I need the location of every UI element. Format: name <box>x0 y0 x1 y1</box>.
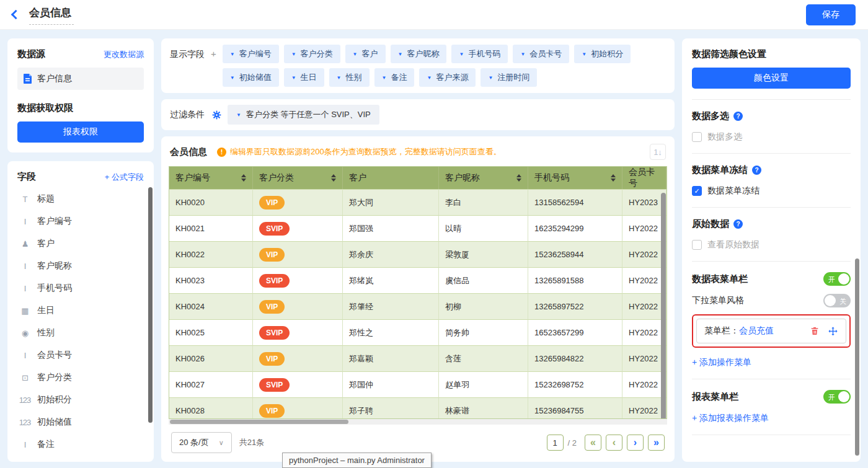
table-row[interactable]: KH0020 VIP 郑大同 李白 13158562594 HY2023 <box>169 189 666 215</box>
field-item[interactable]: ⊡ 客户来源 <box>17 456 144 462</box>
field-item[interactable]: ♟ 客户 <box>17 232 144 255</box>
sort-arrows-icon[interactable] <box>516 174 521 182</box>
help-icon[interactable]: ? <box>733 219 743 229</box>
page-number-input[interactable]: 1 <box>547 435 564 451</box>
display-field-tag[interactable]: ▼ 初始储值 <box>223 68 279 87</box>
back-icon[interactable] <box>11 10 21 20</box>
sort-order-icon[interactable]: 1↓ <box>650 144 666 160</box>
gear-icon[interactable] <box>212 110 221 120</box>
display-field-tag[interactable]: ▼ 手机号码 <box>451 45 508 63</box>
field-item[interactable]: ⊡ 客户分类 <box>17 366 144 389</box>
toggle-off-label: 关 <box>839 297 846 306</box>
report-permission-button[interactable]: 报表权限 <box>17 121 144 143</box>
cell-customer-name: 郑绪岚 <box>343 267 439 293</box>
help-icon[interactable]: ? <box>733 112 743 121</box>
display-field-tag[interactable]: ▼ 初始积分 <box>574 45 631 63</box>
cell-card-number: HY2022 <box>622 215 666 241</box>
table-row[interactable]: KH0027 SVIP 郑国仲 赵单羽 15232698752 HY2022 <box>169 371 666 397</box>
page-size-select[interactable]: 20 条/页 ∨ <box>171 432 232 453</box>
table-row[interactable]: KH0028 VIP 郑子聘 林豪谱 15236984755 HY2022 <box>169 397 666 419</box>
menu-item-prefix: 菜单栏： <box>704 325 739 337</box>
prev-page-button[interactable]: ‹ <box>606 435 622 451</box>
add-formula-field-link[interactable]: + 公式字段 <box>105 172 144 183</box>
field-item[interactable]: I 会员卡号 <box>17 344 144 366</box>
multi-select-label: 数据多选 <box>707 131 742 143</box>
field-item[interactable]: I 手机号码 <box>17 277 144 299</box>
field-item[interactable]: 123 初始储值 <box>17 411 144 433</box>
first-page-button[interactable]: « <box>585 435 601 451</box>
column-label: 客户 <box>349 172 366 183</box>
raw-data-checkbox[interactable] <box>692 240 702 250</box>
table-warning: ! 编辑界面只取数据源前200条作为查询数据预览，完整数据请访问页面查看。 <box>217 146 502 157</box>
table-header-cell[interactable]: 客户编号 <box>169 167 253 189</box>
sort-arrows-icon[interactable] <box>331 174 336 182</box>
display-field-tag-label: 手机号码 <box>468 48 500 60</box>
table-row[interactable]: KH0022 VIP 郑余庆 梁敦厦 15236258944 HY2022 <box>169 241 666 267</box>
raw-data-title: 原始数据 <box>692 218 729 230</box>
save-button[interactable]: 保存 <box>806 4 856 25</box>
field-label: 初始积分 <box>37 394 72 405</box>
table-header-cell[interactable]: 客户 <box>343 167 439 189</box>
table-header-cell[interactable]: 客户昵称 <box>439 167 528 189</box>
field-item[interactable]: ▦ 生日 <box>17 299 144 322</box>
table-row[interactable]: KH0026 VIP 郑嘉颖 含莲 13265984822 HY2022 <box>169 345 666 371</box>
table-menu-toggle[interactable]: 开 <box>823 272 851 286</box>
menu-freeze-checkbox[interactable]: ✓ <box>692 186 702 196</box>
move-icon[interactable] <box>828 326 838 337</box>
total-count: 共21条 <box>239 437 264 448</box>
delete-icon[interactable] <box>810 326 820 336</box>
add-action-menu-link[interactable]: + 添加操作菜单 <box>692 357 851 368</box>
field-item[interactable]: I 客户编号 <box>17 210 144 232</box>
field-item[interactable]: 123 初始积分 <box>17 389 144 411</box>
display-field-tag[interactable]: ▼ 备注 <box>374 68 415 87</box>
settings-scrollbar[interactable] <box>855 258 859 456</box>
table-vertical-scrollbar[interactable] <box>661 193 666 419</box>
field-item[interactable]: I 客户昵称 <box>17 255 144 277</box>
dropdown-style-toggle[interactable]: 关 <box>823 294 851 307</box>
table-row[interactable]: KH0023 SVIP 郑绪岚 虞信品 13265891588 HY2022 <box>169 267 666 293</box>
horizontal-scroll-thumb[interactable] <box>170 420 348 424</box>
display-field-tag[interactable]: ▼ 客户分类 <box>284 45 340 63</box>
last-page-button[interactable]: » <box>648 435 665 451</box>
field-item[interactable]: ◉ 性别 <box>17 322 144 344</box>
multi-select-checkbox[interactable] <box>692 132 702 142</box>
table-header-cell[interactable]: 手机号码 <box>528 167 622 189</box>
display-field-tag[interactable]: ▼ 客户昵称 <box>391 45 447 63</box>
add-display-field-button[interactable]: + <box>211 45 216 59</box>
raw-data-label: 查看原始数据 <box>707 239 760 250</box>
change-datasource-link[interactable]: 更改数据源 <box>104 49 144 60</box>
color-settings-button[interactable]: 颜色设置 <box>692 68 851 89</box>
display-field-tag[interactable]: ▼ 性别 <box>329 68 370 87</box>
next-page-button[interactable]: › <box>627 435 644 451</box>
sort-arrows-icon[interactable] <box>611 174 616 182</box>
display-field-tag[interactable]: ▼ 客户来源 <box>419 68 476 87</box>
table-row[interactable]: KH0021 SVIP 郑国强 以晴 16235294299 HY2022 <box>169 215 666 241</box>
table-row[interactable]: KH0024 VIP 郑肇经 初柳 13265897522 HY2022 <box>169 293 666 319</box>
table-row[interactable]: KH0025 SVIP 郑性之 简务帅 16523657299 HY2022 <box>169 319 666 345</box>
filter-condition-text: 客户分类 等于任意一个 SVIP、VIP <box>246 109 371 120</box>
field-item[interactable]: T 标题 <box>17 188 144 210</box>
display-field-tag[interactable]: ▼ 客户编号 <box>223 45 279 63</box>
help-icon[interactable]: ? <box>752 166 761 175</box>
multi-select-row: 数据多选 <box>692 131 851 143</box>
table-header-cell[interactable]: 会员卡号 <box>622 167 666 189</box>
display-field-tag[interactable]: ▼ 注册时间 <box>480 68 537 87</box>
number-field-icon: 123 <box>19 418 31 427</box>
add-report-action-menu-link[interactable]: + 添加报表操作菜单 <box>692 413 851 424</box>
display-field-tag[interactable]: ▼ 会员卡号 <box>513 45 569 63</box>
table-header-cell[interactable]: 客户分类 <box>253 167 343 189</box>
fields-scrollbar[interactable] <box>148 187 153 423</box>
field-label: 客户来源 <box>37 461 72 462</box>
display-field-tag[interactable]: ▼ 生日 <box>284 68 324 87</box>
cell-customer-name: 郑大同 <box>343 189 439 215</box>
sort-arrows-icon[interactable] <box>241 174 246 182</box>
filter-condition-tag[interactable]: ▼ 客户分类 等于任意一个 SVIP、VIP <box>228 105 379 125</box>
field-item[interactable]: I 备注 <box>17 433 144 456</box>
cell-customer-id: KH0028 <box>169 397 253 419</box>
report-menu-toggle[interactable]: 开 <box>823 390 851 404</box>
radio-field-icon: ◉ <box>19 329 31 338</box>
menu-item-value[interactable]: 会员充值 <box>739 325 774 337</box>
menu-bar-item[interactable]: 菜单栏： 会员充值 <box>696 319 846 343</box>
datasource-item[interactable]: 客户信息 <box>17 68 144 90</box>
display-field-tag[interactable]: ▼ 客户 <box>345 45 386 63</box>
